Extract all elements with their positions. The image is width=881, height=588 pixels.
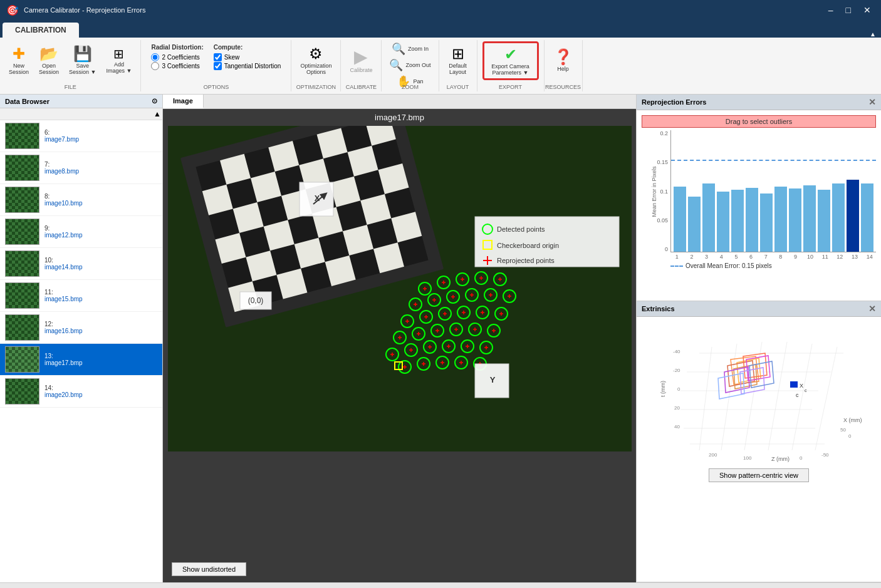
extrinsics-area: X c c t (mm) -40 -20 0 20 40 200 100 Z (…: [637, 317, 881, 582]
checkbox-skew[interactable]: Skew: [214, 53, 281, 61]
default-layout-button[interactable]: ⊞ DefaultLayout: [444, 45, 472, 76]
item-name-10: image14.bmp: [44, 264, 83, 271]
legend-detected: Detected points: [497, 225, 545, 233]
add-images-button[interactable]: ⊞ AddImages ▼: [103, 46, 136, 75]
zoom-in-button[interactable]: 🔍 Zoom In: [389, 41, 431, 56]
bar-7[interactable]: [760, 193, 773, 252]
maximize-button[interactable]: □: [842, 4, 855, 16]
data-item-6[interactable]: 6: image7.bmp: [0, 120, 162, 152]
ribbon-group-export: ✔ Export CameraParameters ▼ EXPORT: [477, 40, 545, 91]
radio-2-coefficients[interactable]: 2 Coefficients: [151, 53, 203, 61]
scroll-up-button[interactable]: ▲: [154, 110, 161, 118]
extrinsics-close-button[interactable]: ✕: [868, 304, 876, 314]
image-filename: image17.bmp: [163, 109, 636, 126]
bar-12[interactable]: [832, 183, 845, 252]
item-num-11: 11:: [44, 289, 83, 296]
radio-3-coefficients[interactable]: 3 Coefficients: [151, 62, 203, 70]
x-50: 50: [840, 427, 846, 433]
export-camera-params-button[interactable]: ✔ Export CameraParameters ▼: [486, 44, 536, 77]
legend-reprojected: Reprojected points: [497, 257, 555, 264]
save-label: SaveSession ▼: [69, 63, 96, 75]
calibrate-label: Calibrate: [350, 67, 372, 73]
open-session-button[interactable]: 📂 OpenSession: [35, 45, 63, 76]
y-tick-40: 40: [674, 424, 680, 430]
collapse-ribbon[interactable]: ▲: [865, 31, 881, 38]
minimize-button[interactable]: –: [825, 4, 837, 16]
x-label-13: 13: [848, 254, 862, 260]
checkbox-tangential[interactable]: Tangential Distortion: [214, 62, 281, 70]
ribbon-group-resources: ❓ Help RESOURCES: [545, 40, 583, 91]
open-label: OpenSession: [39, 63, 59, 75]
x-0: 0: [848, 433, 852, 439]
data-item-9[interactable]: 9: image12.bmp: [0, 216, 162, 248]
item-num-9: 9:: [44, 225, 83, 232]
show-undistorted-button[interactable]: Show undistorted: [172, 562, 246, 576]
reprojection-close-button[interactable]: ✕: [868, 97, 876, 107]
optimization-options-button[interactable]: ⚙ OptimizationOptions: [296, 45, 335, 76]
data-item-11[interactable]: 11: image15.bmp: [0, 280, 162, 312]
y-0: 0: [665, 246, 668, 252]
data-item-10[interactable]: 10: image14.bmp: [0, 248, 162, 280]
extrinsics-header: Extrinsics ✕: [637, 301, 881, 317]
reprojection-errors-title: Reprojection Errors: [642, 98, 706, 106]
bar-1[interactable]: [674, 187, 686, 252]
data-item-8[interactable]: 8: image10.bmp: [0, 184, 162, 216]
image-tab[interactable]: Image: [163, 95, 204, 108]
new-session-button[interactable]: ✚ NewSession: [5, 45, 33, 76]
show-pattern-button[interactable]: Show pattern-centric view: [709, 468, 809, 482]
mean-line-legend-icon: [670, 266, 683, 267]
z-neg50: -50: [821, 452, 829, 458]
options-group-label: OPTIONS: [141, 84, 291, 90]
help-button[interactable]: ❓ Help: [550, 48, 577, 73]
help-label: Help: [557, 66, 569, 72]
bar-9[interactable]: [789, 188, 801, 252]
bar-10[interactable]: [803, 185, 816, 252]
bar-chart: [670, 130, 876, 252]
bar-8[interactable]: [774, 187, 787, 252]
bar-4[interactable]: [717, 192, 729, 252]
x-label-12: 12: [833, 254, 847, 260]
extrinsics-3d: X c c t (mm) -40 -20 0 20 40 200 100 Z (…: [649, 322, 868, 466]
save-session-button[interactable]: 💾 SaveSession ▼: [65, 45, 100, 76]
bar-13[interactable]: [847, 180, 859, 252]
data-browser-expand-icon[interactable]: ⊙: [152, 97, 157, 105]
x-axis-label-3d: X (mm): [843, 417, 862, 423]
layout-label: DefaultLayout: [449, 63, 467, 75]
bar-6[interactable]: [746, 188, 758, 252]
x-axis-labels: 1234567891011121314: [642, 254, 876, 260]
data-item-14[interactable]: 14: image20.bmp: [0, 376, 162, 408]
bar-14[interactable]: [861, 183, 873, 252]
data-item-12[interactable]: 12: image16.bmp: [0, 312, 162, 344]
optimization-label: OptimizationOptions: [300, 63, 331, 75]
y-tick-20: 20: [674, 405, 680, 411]
data-item-7[interactable]: 7: image8.bmp: [0, 152, 162, 184]
zoom-out-icon: 🔍: [389, 58, 403, 72]
item-num-7: 7:: [44, 161, 79, 168]
y-tick-20neg: -20: [673, 368, 680, 373]
image-panel: Image image17.bmp: [163, 95, 637, 582]
zoom-out-button[interactable]: 🔍 Zoom Out: [387, 58, 433, 73]
close-button[interactable]: ✕: [860, 4, 875, 16]
item-num-14: 14:: [44, 384, 83, 391]
data-item-13[interactable]: 13: image17.bmp: [0, 344, 162, 376]
bar-3[interactable]: [702, 183, 715, 252]
ribbon-content: ✚ NewSession 📂 OpenSession 💾 SaveSession…: [0, 38, 881, 94]
xc-sub: c: [805, 388, 807, 393]
y-0.1: 0.1: [660, 188, 668, 195]
optimization-icon: ⚙: [309, 46, 323, 61]
calibrate-group-label: CALIBRATE: [341, 84, 381, 90]
bar-2[interactable]: [688, 197, 701, 252]
tab-calibration[interactable]: CALIBRATION: [3, 23, 79, 38]
reprojection-errors-header: Reprojection Errors ✕: [637, 95, 881, 110]
item-thumb-11: [5, 282, 39, 309]
x-label-2: 2: [686, 254, 699, 260]
item-name-12: image16.bmp: [44, 328, 83, 334]
image-container: image17.bmp: [163, 109, 636, 556]
y-tick-0: 0: [677, 386, 680, 392]
bar-5[interactable]: [731, 190, 744, 252]
x-label-5: 5: [730, 254, 743, 260]
bar-11[interactable]: [818, 190, 830, 252]
calibrate-button[interactable]: ▶ Calibrate: [346, 47, 376, 75]
x-label-3: 3: [700, 254, 713, 260]
ribbon-group-optimization: ⚙ OptimizationOptions OPTIMIZATION: [291, 40, 341, 91]
